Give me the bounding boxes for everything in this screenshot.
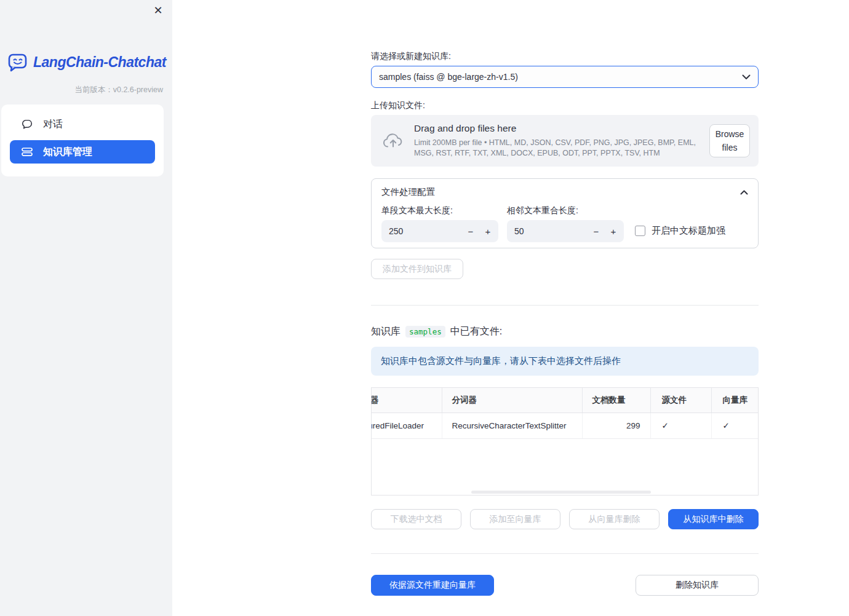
expander-title: 文件处理配置 xyxy=(381,186,435,198)
column-header-source[interactable]: 源文件 xyxy=(650,388,711,413)
sidebar-item-label: 对话 xyxy=(43,118,63,131)
kb-select-value: samples (faiss @ bge-large-zh-v1.5) xyxy=(379,72,518,82)
divider xyxy=(371,553,759,554)
info-banner: 知识库中包含源文件与向量库，请从下表中选择文件后操作 xyxy=(371,347,759,376)
chat-bubble-icon xyxy=(21,118,33,130)
chevron-down-icon xyxy=(742,74,751,80)
rebuild-vector-store-button[interactable]: 依据源文件重建向量库 xyxy=(371,575,494,596)
column-header-vector[interactable]: 向量库 xyxy=(711,388,759,413)
logo-wordmark: LangChain-Chatchat xyxy=(33,54,166,71)
chevron-up-icon xyxy=(740,190,748,195)
dropzone-title: Drag and drop files here xyxy=(414,123,709,134)
column-header-docs[interactable]: 文档数量 xyxy=(582,388,650,413)
dropzone-hint: Limit 200MB per file • HTML, MD, JSON, C… xyxy=(414,138,709,159)
table-header-row: 文档加载器 分词器 文档数量 源文件 向量库 xyxy=(371,388,759,413)
chunk-size-label: 单段文本最大长度: xyxy=(381,205,453,216)
kb-footer-actions: 依据源文件重建向量库 删除知识库 xyxy=(371,575,759,596)
kb-select-label: 请选择或新建知识库: xyxy=(371,51,759,62)
knowledge-base-icon xyxy=(21,146,33,157)
logo-chat-smiley-icon xyxy=(7,53,28,72)
version-text: 当前版本：v0.2.6-preview xyxy=(74,85,163,95)
zh-title-enhance-checkbox[interactable]: 开启中文标题加强 xyxy=(635,225,725,237)
column-header-loader[interactable]: 文档加载器 xyxy=(371,388,442,413)
kb-files-heading: 知识库 samples 中已有文件: xyxy=(371,325,759,338)
upload-label: 上传知识文件: xyxy=(371,100,759,111)
delete-from-kb-button[interactable]: 从知识库中删除 xyxy=(668,509,759,529)
file-dropzone[interactable]: Drag and drop files here Limit 200MB per… xyxy=(371,115,759,167)
chunk-size-stepper: − + xyxy=(381,220,498,242)
sidebar-close-icon[interactable]: ✕ xyxy=(151,4,165,17)
plus-button[interactable]: + xyxy=(479,220,497,242)
delete-kb-button[interactable]: 删除知识库 xyxy=(636,575,759,596)
cell-loader: UnstructuredFileLoader xyxy=(371,413,442,438)
main-content: 请选择或新建知识库: samples (faiss @ bge-large-zh… xyxy=(371,0,759,596)
chunk-size-input[interactable] xyxy=(389,220,450,242)
overlap-size-label: 相邻文本重合长度: xyxy=(507,205,578,216)
checkbox-label: 开启中文标题加强 xyxy=(652,225,725,237)
file-actions: 下载选中文档 添加至向量库 从向量库删除 从知识库中删除 xyxy=(371,509,759,529)
column-header-splitter[interactable]: 分词器 xyxy=(442,388,582,413)
add-files-to-kb-button[interactable]: 添加文件到知识库 xyxy=(371,259,463,279)
cell-docs: 299 xyxy=(582,413,650,438)
table-row[interactable]: UnstructuredFileLoader RecursiveCharacte… xyxy=(371,413,759,438)
cell-vector-check: ✓ xyxy=(711,413,759,438)
kb-name-code: samples xyxy=(405,326,445,338)
checkbox-box[interactable] xyxy=(635,226,645,236)
sidebar-nav: 对话 知识库管理 xyxy=(1,105,164,176)
download-selected-button[interactable]: 下载选中文档 xyxy=(371,509,461,529)
overlap-size-stepper: − + xyxy=(507,220,624,242)
overlap-size-input[interactable] xyxy=(514,220,576,242)
kb-files-table[interactable]: 文档加载器 分词器 文档数量 源文件 向量库 UnstructuredFileL… xyxy=(371,387,759,496)
file-config-expander: 文件处理配置 单段文本最大长度: 相邻文本重合长度: − + − + xyxy=(371,178,759,248)
cell-splitter: RecursiveCharacterTextSplitter xyxy=(442,413,582,438)
divider xyxy=(371,305,759,306)
add-to-vector-store-button[interactable]: 添加至向量库 xyxy=(470,509,560,529)
dropzone-text: Drag and drop files here Limit 200MB per… xyxy=(414,123,709,159)
expander-body: 单段文本最大长度: 相邻文本重合长度: − + − + 开启中文标题加强 xyxy=(372,198,758,250)
app-logo: LangChain-Chatchat xyxy=(7,53,166,72)
browse-files-button[interactable]: Browse files xyxy=(709,124,750,158)
table-horizontal-scrollbar[interactable] xyxy=(471,491,651,494)
delete-from-vector-store-button[interactable]: 从向量库删除 xyxy=(569,509,660,529)
minus-button[interactable]: − xyxy=(461,220,480,242)
minus-button[interactable]: − xyxy=(587,220,605,242)
plus-button[interactable]: + xyxy=(604,220,623,242)
cell-source-check: ✓ xyxy=(650,413,711,438)
kb-select-dropdown[interactable]: samples (faiss @ bge-large-zh-v1.5) xyxy=(371,66,759,88)
sidebar-item-knowledge-base[interactable]: 知识库管理 xyxy=(10,140,155,164)
cloud-upload-icon xyxy=(382,132,404,149)
sidebar-item-dialogue[interactable]: 对话 xyxy=(10,112,155,136)
expander-header[interactable]: 文件处理配置 xyxy=(372,179,758,198)
sidebar: ✕ LangChain-Chatchat 当前版本：v0.2.6-preview… xyxy=(0,0,172,616)
sidebar-item-label: 知识库管理 xyxy=(43,146,92,159)
